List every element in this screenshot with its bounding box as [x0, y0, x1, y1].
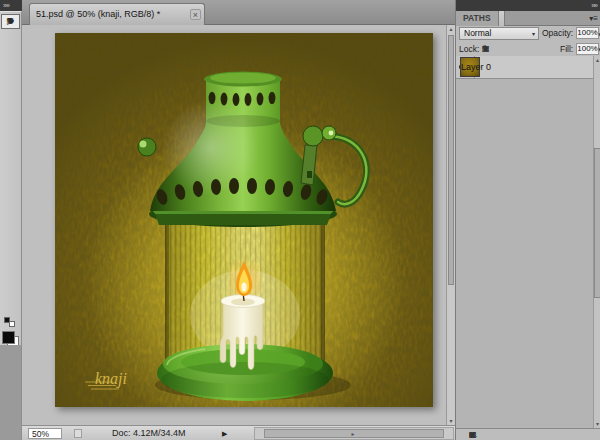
fill-field[interactable]: 100% — [576, 43, 599, 55]
collapse-left-dock-icon[interactable]: »» — [0, 0, 22, 11]
close-tab-icon[interactable]: × — [190, 9, 201, 20]
blend-controls-row: Normal ▾ Opacity: 100% ▸ — [456, 26, 600, 42]
document-tab-title: 51.psd @ 50% (knaji, RGB/8) * — [36, 4, 160, 25]
opacity-label: Opacity: — [542, 26, 573, 41]
scroll-right-icon[interactable]: ▸ — [254, 428, 452, 440]
foreground-color-swatch[interactable] — [2, 331, 15, 344]
signature-text: knaji — [95, 370, 127, 388]
layer-row[interactable]: Layer 0 — [456, 56, 593, 79]
blend-mode-select[interactable]: Normal ▾ — [459, 27, 539, 40]
document-size-info: Doc: 4.12M/34.4M — [112, 426, 186, 440]
left-knob — [138, 138, 156, 156]
layers-list: Layer 20 copyfx▾Layer 20fx▾Layer 6Layer … — [456, 56, 593, 428]
layers-scroll-up-icon[interactable]: ▴ — [594, 56, 600, 64]
layers-scroll-thumb[interactable] — [594, 148, 600, 298]
document-area: knaji — [22, 25, 446, 425]
scroll-down-icon[interactable]: ▾ — [447, 417, 455, 425]
layers-scrollbar[interactable]: ▴ ▾ — [593, 56, 600, 428]
layers-panel: »» LAYERSPATHS▾≡ Normal ▾ Opacity: 100% … — [455, 0, 600, 440]
right-knob — [303, 126, 323, 146]
collapse-right-dock-icon[interactable]: »» — [456, 0, 600, 11]
canvas-vertical-scrollbar[interactable]: ▴ ▾ — [446, 25, 455, 425]
lock-all-icon[interactable]: ▣ — [482, 43, 490, 55]
layer-name: Layer 0 — [461, 62, 491, 72]
lock-label: Lock: — [459, 42, 479, 57]
layers-bottom-bar: ∞fx.▣◒▱▢▥ — [456, 428, 600, 440]
status-bar: 50% Doc: 4.12M/34.4M ▶ ◂ ▸ — [22, 425, 455, 440]
status-expander-icon[interactable]: ▶ — [222, 426, 227, 440]
tool-palette: ✛▢Ϙ✐⌗⇂✚✏♜↺▰▨●◉✒T▷■↻↷☞⌕ — [0, 11, 22, 345]
lantern-artwork: knaji — [55, 33, 433, 407]
photoshop-window: »» ✛▢Ϙ✐⌗⇂✚✏♜↺▰▨●◉✒T▷■↻↷☞⌕ 51.psd @ 50% (… — [0, 0, 600, 440]
fill-label: Fill: — [560, 42, 573, 57]
delete-layer-icon[interactable]: ▥ — [469, 429, 477, 440]
panel-tab-bar: LAYERSPATHS▾≡ — [456, 11, 600, 26]
opacity-field[interactable]: 100% — [576, 27, 599, 39]
chevron-down-icon: ▾ — [532, 28, 535, 40]
document-tab[interactable]: 51.psd @ 50% (knaji, RGB/8) * × — [29, 3, 205, 25]
tool-stack: ✛▢Ϙ✐⌗⇂✚✏♜↺▰▨●◉✒T▷■↻↷☞⌕ — [0, 15, 21, 315]
canvas-image[interactable]: knaji — [55, 33, 433, 407]
swap-colors-icon[interactable] — [9, 321, 15, 327]
tab-paths[interactable]: PATHS — [456, 11, 499, 26]
canvas-horizontal-scrollbar[interactable]: ◂ ▸ — [254, 427, 454, 440]
document-tab-bar: 51.psd @ 50% (knaji, RGB/8) * × — [22, 0, 455, 25]
vertical-scroll-thumb[interactable] — [448, 35, 454, 285]
tool-palette-filler — [0, 345, 22, 440]
page-preview-icon — [74, 429, 82, 438]
layers-scroll-down-icon[interactable]: ▾ — [594, 420, 600, 428]
zoom-tool[interactable]: ⌕ — [2, 15, 19, 28]
lock-controls-row: Lock: ▨✎✛▣ Fill: 100% ▸ — [456, 42, 600, 56]
panel-menu-icon[interactable]: ▾≡ — [589, 13, 598, 24]
lock-icons: ▨✎✛▣ — [482, 43, 540, 55]
zoom-level-field[interactable]: 50% — [28, 428, 62, 439]
scroll-up-icon[interactable]: ▴ — [447, 25, 455, 33]
